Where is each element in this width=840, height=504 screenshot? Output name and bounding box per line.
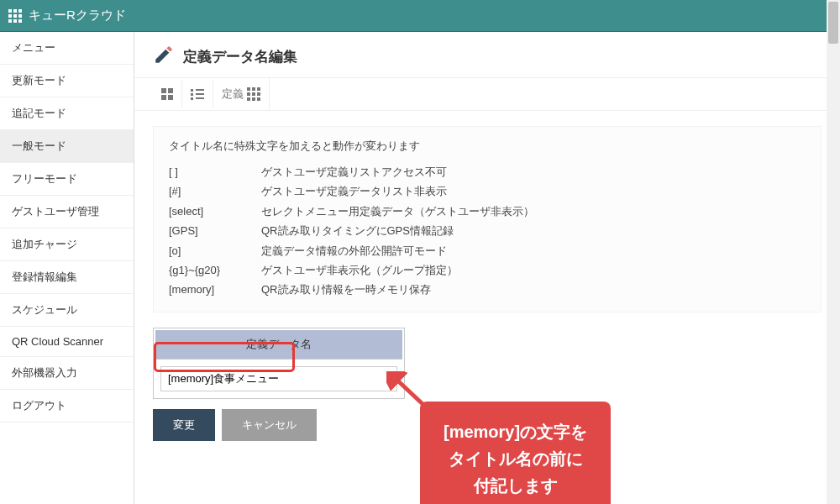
scrollbar-thumb[interactable] [828,2,838,44]
help-key: [o] [169,241,249,260]
sidebar-item-free-mode[interactable]: フリーモード [0,163,134,196]
help-panel: タイトル名に特殊文字を加えると動作が変わります [ ]ゲストユーザ定義リストアク… [153,126,822,312]
definition-name-input[interactable] [160,366,397,391]
sidebar-item-charge[interactable]: 追加チャージ [0,228,134,261]
sidebar-item-schedule[interactable]: スケジュール [0,294,134,327]
scrollbar-track[interactable] [827,0,840,504]
sidebar-item-registration[interactable]: 登録情報編集 [0,261,134,294]
main-content: 定義データ名編集 定義 タイトル名に特殊文字を加えると動作が変わります [ ]ゲ… [134,32,840,504]
help-description: タイトル名に特殊文字を加えると動作が変わります [169,139,806,154]
sidebar-item-external-input[interactable]: 外部機器入力 [0,357,134,390]
sidebar-item-logout[interactable]: ログアウト [0,390,134,423]
help-text: 定義データ情報の外部公開許可モード [261,241,447,260]
definition-name-header: 定義データ名 [155,330,402,360]
sidebar-item-append-mode[interactable]: 追記モード [0,97,134,130]
help-key: [ ] [169,162,249,181]
help-text: ゲストユーザ定義リストアクセス不可 [261,162,447,181]
help-key: [memory] [169,280,249,299]
callout-line: 付記します [444,472,587,499]
sidebar-item-general-mode[interactable]: 一般モード [0,130,134,163]
annotation-callout: [memory]の文字を タイトル名の前に 付記します [420,402,611,504]
page-title: 定義データ名編集 [183,47,297,66]
view-definition-button[interactable]: 定義 [213,78,270,110]
list-icon [191,89,204,100]
pencil-icon [153,44,175,69]
help-text: QR読み取り情報を一時メモリ保存 [261,280,431,299]
help-key: [select] [169,202,249,221]
help-text: QR読み取りタイミングにGPS情報記録 [261,221,454,240]
grid-icon [161,88,173,100]
submit-button[interactable]: 変更 [153,409,215,441]
callout-line: [memory]の文字を [444,418,587,445]
top-bar: キューRクラウド [0,0,840,32]
cancel-button[interactable]: キャンセル [222,409,317,441]
sidebar-item-qr-scanner[interactable]: QR Cloud Scanner [0,327,134,357]
view-list-button[interactable] [182,81,213,108]
help-text: ゲストユーザ定義データリスト非表示 [261,181,447,201]
help-key: [GPS] [169,221,249,240]
help-key: {g1}~{g20} [169,260,249,280]
view-toolbar: 定義 [134,77,840,111]
definition-label: 定義 [222,87,244,102]
help-text: セレクトメニュー用定義データ（ゲストユーザ非表示） [261,202,534,221]
app-title: キューRクラウド [29,8,126,24]
help-key: [#] [169,181,249,201]
definition-form: 定義データ名 [153,328,405,399]
sidebar: メニュー 更新モード 追記モード 一般モード フリーモード ゲストユーザ管理 追… [0,32,134,504]
sidebar-item-guest-user[interactable]: ゲストユーザ管理 [0,196,134,228]
sidebar-item-update-mode[interactable]: 更新モード [0,65,134,97]
grid-dots-icon [247,87,260,101]
view-grid-button[interactable] [153,80,182,108]
app-menu-icon[interactable] [8,9,22,23]
sidebar-item-menu[interactable]: メニュー [0,32,134,65]
help-text: ゲストユーザ非表示化（グループ指定） [261,260,458,280]
callout-line: タイトル名の前に [444,445,587,472]
